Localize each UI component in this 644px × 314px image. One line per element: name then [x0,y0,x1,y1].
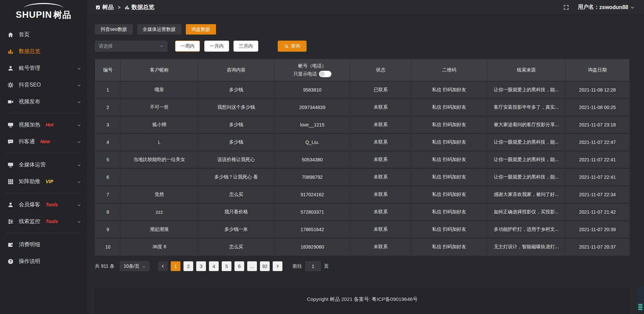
row-qrcode-link[interactable]: 私信 扫码加好友 [411,82,487,98]
row-status: 未联系 [351,169,411,186]
page-button-1[interactable]: 1 [171,261,180,271]
page-ellipsis[interactable]: ... [247,261,257,271]
row-id: 7 [95,186,120,203]
table-row: 1036度 8怎么买183929060未联系私信 扫码加好友无主灯设计，智能磁吸… [95,239,629,255]
sidebar-item-omnimedia-operation[interactable]: 全媒体运营 [0,156,87,173]
sidebar-item-douyin-seo[interactable]: 抖音SEO [0,76,87,93]
chevron-down-icon [159,44,164,48]
sidebar-item-video-publish[interactable]: 视频发布 [0,93,87,110]
row-nickname: 当地比较能吃的一位美女 [121,151,198,168]
tab-1[interactable]: 全媒体运营数据 [137,24,181,35]
row-content: 多少钱 [198,82,274,98]
logo-en: SHUPIN [16,10,52,20]
row-date: 2021-11-07 22:47 [566,134,629,151]
row-qrcode-link[interactable]: 私信 扫码加好友 [411,99,487,116]
row-status: 未联系 [351,134,411,151]
sidebar-item-member-baoke[interactable]: 会员爆客Tools [0,196,87,213]
page-button-6[interactable]: 6 [234,261,244,271]
total-count: 共 911 条 [95,263,114,269]
logo-text: SHUPIN树品 [16,9,71,21]
row-source-link[interactable]: 感谢大家喜欢我家，被问了好... [487,186,565,203]
range-button-0[interactable]: 一周内 [175,41,200,52]
floating-widget[interactable] [637,286,644,312]
row-source-link[interactable]: 让你一眼就爱上的黑科技，能... [487,82,565,98]
row-id: 3 [95,116,120,133]
row-qrcode-link[interactable]: 私信 扫码加好友 [411,169,487,186]
page-button-3[interactable]: 3 [196,261,206,271]
chevron-down-icon [77,219,81,224]
svg-text:?: ? [9,259,11,263]
row-source-link[interactable]: 被大家追着问的客厅投影分享... [487,116,565,133]
row-qrcode-link[interactable]: 私信 扫码加好友 [411,239,487,255]
row-source-link[interactable]: 让你一眼就爱上的黑科技，能... [487,134,565,151]
page-button-92[interactable]: 92 [260,261,270,271]
jump-page-input[interactable]: 1 [305,261,321,271]
row-source-link[interactable]: 让你一眼就爱上的黑科技，能... [487,169,565,186]
main-column: 树品 > 数据总览 用户名： zswodun88 抖音seo数据全媒体运营数据询… [87,0,644,314]
row-status: 未联系 [351,99,411,116]
row-qrcode-link[interactable]: 私信 扫码加好友 [411,186,487,203]
row-account: Q_Liu. [274,134,350,151]
sidebar-item-matrix-boost[interactable]: 矩阵助推VIP [0,173,87,190]
chat-icon [7,139,14,145]
phone-only-toggle[interactable] [319,71,331,77]
wallet-icon [7,242,14,248]
row-content: 多少钱？让我死心 看 [198,169,274,186]
range-button-2[interactable]: 三月内 [233,41,258,52]
page-size-select[interactable]: 10条/页 [120,261,149,271]
sidebar-item-video-heating[interactable]: 视频加热Hot [0,116,87,133]
row-content: 多少钱一米 [198,221,274,238]
row-source-link[interactable]: 让你一眼就爱上的黑科技，能... [487,151,565,168]
breadcrumb-item-current[interactable]: 数据总览 [124,3,154,11]
page-button-2[interactable]: 2 [183,261,193,271]
tab-2[interactable]: 询盘数据 [186,24,216,35]
page-button-4[interactable]: 4 [209,261,219,271]
sidebar-item-consumption-detail[interactable]: 消费明细 [0,236,87,253]
search-button[interactable]: 查询 [278,41,307,52]
row-account: 572803371 [274,204,350,220]
row-source-link[interactable]: 如何正确选择投影仪，买投影... [487,204,565,220]
sliders-icon [7,218,14,225]
prev-page-button[interactable] [158,261,168,271]
column-header-id: 编号 [95,59,120,81]
sidebar-item-home[interactable]: 首页 [0,26,87,43]
row-nickname: 36度 8 [121,239,198,255]
tab-0[interactable]: 抖音seo数据 [95,24,133,35]
row-source-link[interactable]: 无主灯设计，智能磁吸轨道灯... [487,239,565,255]
sidebar-item-douketong[interactable]: 抖客通New [0,133,87,150]
sidebar-item-data-overview[interactable]: 数据总览 [0,43,87,60]
chart-icon [7,48,14,55]
sidebar-divider [6,233,81,233]
page-button-5[interactable]: 5 [222,261,231,271]
sidebar-item-label: 数据总览 [19,48,40,55]
row-account: 183929060 [274,239,350,255]
account-select[interactable]: 请选择 [95,41,167,52]
row-qrcode-link[interactable]: 私信 扫码加好友 [411,116,487,133]
row-source-link[interactable]: 客厅安装投影半年多了，真实... [487,99,565,116]
range-button-1[interactable]: 一月内 [204,41,229,52]
column-header-source: 线索来源 [487,59,565,81]
row-qrcode-link[interactable]: 私信 扫码加好友 [411,221,487,238]
question-icon: ? [7,258,14,265]
row-qrcode-link[interactable]: 私信 扫码加好友 [411,134,487,151]
sidebar-item-clue-monitor[interactable]: 线索监控Tools [0,213,87,230]
row-qrcode-link[interactable]: 私信 扫码加好友 [411,151,487,168]
table-row: 6多少钱？让我死心 看70898792未联系私信 扫码加好友让你一眼就爱上的黑科… [95,169,629,186]
breadcrumb-item-root[interactable]: 树品 [95,3,114,11]
fullscreen-icon[interactable] [563,4,569,10]
sidebar-item-operation-guide[interactable]: ?操作说明 [0,253,87,270]
user-icon [7,65,14,71]
sidebar-badge-tools: Tools [46,219,58,224]
user-menu[interactable]: 用户名： zswodun88 [578,4,635,11]
sidebar-divider [6,153,81,153]
row-qrcode-link[interactable]: 私信 扫码加好友 [411,204,487,220]
row-content: 怎么买 [198,186,274,203]
breadcrumb-separator: > [118,5,120,10]
next-page-button[interactable] [273,261,282,271]
row-source-link[interactable]: 多功能护栏灯，适用于乡村文... [487,221,565,238]
breadcrumb-label: 数据总览 [131,3,154,11]
date-range-buttons: 一周内一月内三月内 [175,41,258,52]
sidebar-item-account-management[interactable]: 账号管理 [0,60,87,76]
phone-only-row: 只显示电话 [293,71,331,77]
sidebar: SHUPIN树品 首页数据总览账号管理抖音SEO视频发布视频加热Hot抖客通Ne… [0,0,87,314]
